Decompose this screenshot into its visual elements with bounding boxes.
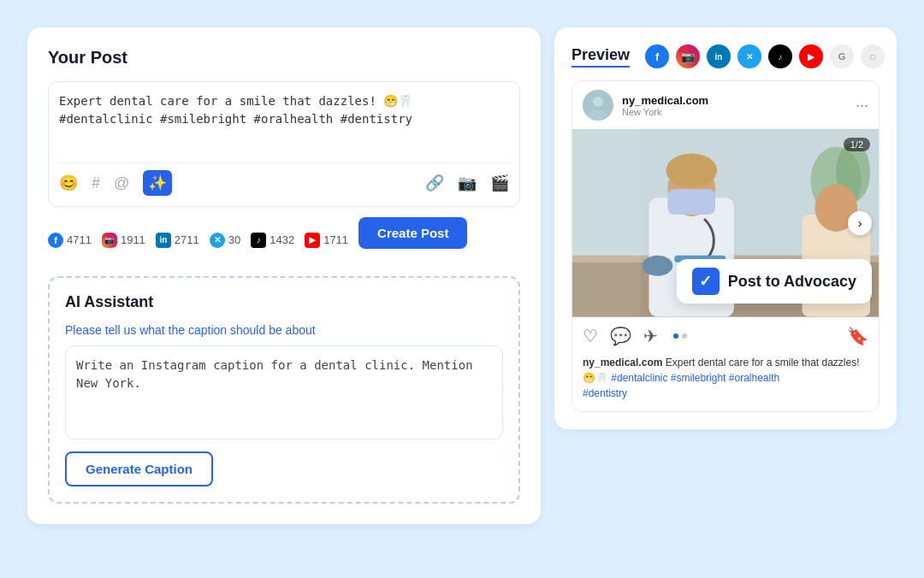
video-icon[interactable]: 🎬 xyxy=(490,174,509,192)
instagram-icon: 📷 xyxy=(102,233,117,248)
post-to-advocacy-label: Post to Advocacy xyxy=(728,273,856,291)
linkedin-count: in 2711 xyxy=(156,233,199,248)
post-dots-indicator xyxy=(673,333,687,339)
ai-prompt-box: Write an Instagram caption for a dental … xyxy=(65,345,503,439)
youtube-icon: ▶ xyxy=(305,233,320,248)
svg-point-14 xyxy=(643,256,673,276)
post-avatar xyxy=(583,90,613,121)
ai-prompt-input[interactable]: Write an Instagram caption for a dental … xyxy=(76,357,492,425)
preview-title: Preview xyxy=(572,46,630,68)
like-icon[interactable]: ♡ xyxy=(583,326,598,346)
ai-prompt-label: Please tell us what the caption should b… xyxy=(65,323,503,337)
left-panel: Your Post Expert dental care for a smile… xyxy=(27,27,541,524)
post-compose-box: Expert dental care for a smile that dazz… xyxy=(48,81,520,207)
post-actions-bar: ♡ 💬 ✈ 🔖 xyxy=(572,317,879,355)
youtube-count: ▶ 1711 xyxy=(305,233,348,248)
mention-icon[interactable]: @ xyxy=(114,174,129,192)
hashtag-dentalclinic: #dentalclinic xyxy=(611,372,667,384)
hashtag-oralhealth: #oralhealth xyxy=(729,372,779,384)
ai-assistant-title: AI Assistant xyxy=(65,293,503,311)
post-header: ny_medical.com New York ··· xyxy=(572,81,879,129)
link-icon[interactable]: 🔗 xyxy=(425,174,444,192)
post-caption: ny_medical.com Expert dental care for a … xyxy=(572,355,879,411)
instagram-post-preview: ny_medical.com New York ··· xyxy=(572,80,880,412)
emoji-icon[interactable]: 😊 xyxy=(59,174,78,192)
post-image-counter: 1/2 xyxy=(844,138,870,151)
ai-magic-icon[interactable]: ✨ xyxy=(143,170,172,196)
hashtag-icon[interactable]: # xyxy=(92,174,100,192)
preview-header: Preview f 📷 in ✕ ♪ ▶ G ○ xyxy=(572,44,880,68)
social-counts-bar: f 4711 📷 1911 in 2711 ✕ 30 ♪ 1432 ▶ 1711 xyxy=(48,217,520,262)
twitter-count: ✕ 30 xyxy=(210,233,240,248)
post-text-input[interactable]: Expert dental care for a smile that dazz… xyxy=(59,92,509,152)
right-panel: Preview f 📷 in ✕ ♪ ▶ G ○ xyxy=(554,27,897,429)
image-icon[interactable]: 📷 xyxy=(458,174,477,192)
tiktok-icon: ♪ xyxy=(251,233,266,248)
your-post-title: Your Post xyxy=(48,48,520,68)
preview-twitter-icon[interactable]: ✕ xyxy=(737,44,761,68)
post-image: 1/2 › ✓ Post to Advocacy xyxy=(572,129,879,317)
preview-social-icons: f 📷 in ✕ ♪ ▶ G ○ xyxy=(645,44,885,68)
instagram-count: 📷 1911 xyxy=(102,233,145,248)
svg-rect-13 xyxy=(667,189,715,215)
ai-assistant-panel: AI Assistant Please tell us what the cap… xyxy=(48,276,520,504)
svg-point-12 xyxy=(666,153,717,187)
post-user-info: ny_medical.com New York xyxy=(622,94,847,117)
twitter-icon: ✕ xyxy=(210,233,225,248)
preview-tiktok-icon[interactable]: ♪ xyxy=(768,44,792,68)
hashtag-dentistry: #dentistry xyxy=(583,387,627,399)
post-next-button[interactable]: › xyxy=(848,211,872,235)
preview-instagram-icon[interactable]: 📷 xyxy=(676,44,700,68)
facebook-icon: f xyxy=(48,233,63,248)
linkedin-icon: in xyxy=(156,233,171,248)
preview-facebook-icon[interactable]: f xyxy=(645,44,669,68)
svg-point-1 xyxy=(593,97,603,107)
create-post-button[interactable]: Create Post xyxy=(358,217,467,249)
post-more-icon[interactable]: ··· xyxy=(856,97,868,115)
preview-google-icon[interactable]: G xyxy=(830,44,854,68)
bookmark-icon[interactable]: 🔖 xyxy=(847,326,868,346)
post-username: ny_medical.com xyxy=(622,94,847,107)
preview-other-icon[interactable]: ○ xyxy=(861,44,885,68)
share-icon[interactable]: ✈ xyxy=(643,326,658,346)
generate-caption-button[interactable]: Generate Caption xyxy=(65,451,213,487)
dot-1 xyxy=(673,333,678,339)
facebook-count: f 4711 xyxy=(48,233,92,248)
preview-youtube-icon[interactable]: ▶ xyxy=(799,44,823,68)
dot-2 xyxy=(682,333,687,339)
post-location: New York xyxy=(622,107,847,117)
svg-rect-18 xyxy=(572,130,641,317)
advocacy-check-icon: ✓ xyxy=(692,268,720,295)
post-caption-username: ny_medical.com xyxy=(583,357,662,369)
tiktok-count: ♪ 1432 xyxy=(251,233,294,248)
post-to-advocacy-badge[interactable]: ✓ Post to Advocacy xyxy=(677,259,872,304)
comment-icon[interactable]: 💬 xyxy=(610,326,631,346)
preview-linkedin-icon[interactable]: in xyxy=(707,44,731,68)
compose-toolbar: 😊 # @ ✨ 🔗 📷 🎬 xyxy=(59,162,509,196)
hashtag-smilebright: #smilebright xyxy=(671,372,726,384)
